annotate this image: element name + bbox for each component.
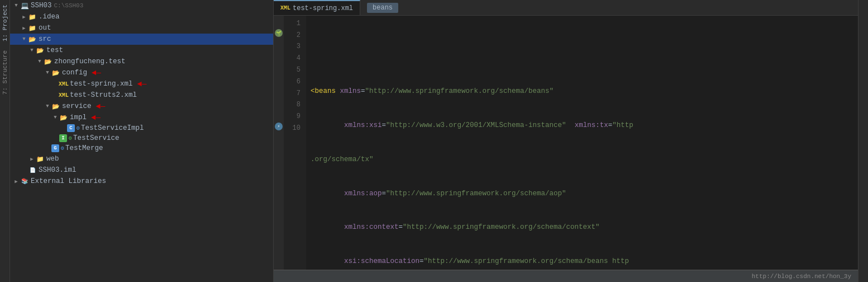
attr-val-2: "http://www.springframework.org/schema/b… [365,86,554,97]
tab-test-spring-xml[interactable]: XML test-spring.xml [274,0,360,15]
tree-test[interactable]: test [10,45,273,56]
gutter-12 [274,144,284,156]
tab-structure[interactable]: 7: Structure [1,46,9,99]
tree-out[interactable]: out [10,22,273,34]
ln-5: 5 [284,64,303,76]
gutter-2: 🌱 [274,27,284,39]
ctx-icon-8: ⚡ [275,123,283,130]
impl-label: impl [70,114,87,121]
tab-project[interactable]: 1: Project [1,0,9,46]
src-label: src [39,35,51,43]
ln-6: 6 [284,76,303,88]
bean-icon-testservice: ⚙ [69,135,72,142]
arrow-annotation-service: ◄— [96,102,106,111]
tree-impl[interactable]: impl ◄— [10,112,273,123]
folder-test-icon [36,46,45,55]
xml-tab-icon: XML [280,5,290,11]
ln-9: 9 [284,111,303,123]
folder-web-icon [36,154,45,163]
arrow-zhongfucheng [36,58,44,65]
tree-testservice[interactable]: I ⚙ TestService [10,133,273,143]
ln-3: 3 [284,41,303,53]
out-label: out [39,24,51,32]
code-line-6: xsi:schemaLocation="http://www.springfra… [311,256,858,267]
tree-testmerge[interactable]: G ⚙ TestMerge [10,143,273,153]
config-label: config [62,69,87,77]
folder-idea-icon [28,12,37,21]
tree-zhongfucheng[interactable]: zhongfucheng.test [10,56,273,67]
gutter-4 [274,50,284,62]
ssh03-iml-label: SSH03.iml [39,166,77,174]
folder-impl-icon [59,113,68,122]
arrow-extlibs [12,177,20,185]
code-line-2: <beans xmlns="http://www.springframework… [311,86,858,97]
project-tree: 💻 SSH03 C:\SSH03 .idea out src test [10,0,273,282]
arrow-web [28,155,36,163]
code-line-3b: .org/schema/tx" [311,153,858,165]
tree-test-spring-xml[interactable]: XML test-spring.xml ◄— [10,78,273,90]
java-g-testmerge-icon: G [51,144,59,152]
xml-test-spring-icon: XML [59,79,68,88]
tree-idea[interactable]: .idea [10,11,273,22]
line-numbers: 1 2 3 4 5 6 7 8 9 10 [284,16,306,270]
breadcrumb-area: beans [360,0,858,15]
gutter-7 [274,86,284,97]
testmerge-label: TestMerge [65,144,103,152]
ln-4: 4 [284,53,303,64]
folder-service-icon [51,102,60,111]
xml-test-struts2-icon: XML [59,91,68,100]
gutter-8 [274,97,284,109]
breadcrumb: beans [367,3,398,13]
tree-src[interactable]: src [10,34,273,45]
tree-external-libraries[interactable]: 📚 External Libraries [10,176,273,187]
root-icon: 💻 [20,1,29,10]
sidebar: 1: Project 7: Structure 💻 SSH03 C:\SSH03… [0,0,274,282]
tree-test-struts2-xml[interactable]: XML test-Struts2.xml [10,90,273,101]
status-bar: http://blog.csdn.net/hon_3y [274,270,858,282]
tree-ssh03-iml[interactable]: 📄 SSH03.iml [10,164,273,176]
ln-8: 8 [284,100,303,111]
tag-name-2: beans [315,86,336,97]
editor-content[interactable]: 🌱 ⚡ 1 2 3 4 5 [274,16,858,270]
arrow-annotation-spring: ◄— [137,79,147,88]
arrow-ssh03 [12,2,20,10]
gutter-9 [274,109,284,120]
arrow-out [20,24,28,32]
tag-open-2: < [311,86,315,97]
tree-testserviceimpl[interactable]: C ⚙ TestServiceImpl [10,123,273,133]
external-libraries-label: External Libraries [31,177,106,185]
root-path: C:\SSH03 [54,2,84,9]
code-area: 🌱 ⚡ 1 2 3 4 5 [274,16,858,270]
arrow-src [20,35,28,43]
arrow-test [28,46,36,54]
folder-zhongfucheng-icon [44,57,53,66]
iml-icon: 📄 [28,166,37,175]
tree-web[interactable]: web [10,153,273,164]
ext-lib-icon: 📚 [20,177,29,186]
sidebar-left-tabs: 1: Project 7: Structure [0,0,10,282]
testservice-label: TestService [73,134,120,142]
idea-label: .idea [39,13,60,21]
code-line-4: xmlns:aop="http://www.springframework.or… [311,187,858,199]
code-line-5: xmlns:context="http://www.springframewor… [311,222,858,233]
arrow-config [44,69,51,77]
tree-config[interactable]: config ◄— [10,67,273,78]
ln-10: 10 [284,123,303,134]
test-label: test [46,46,63,54]
tree-service[interactable]: service ◄— [10,101,273,112]
web-label: web [46,155,59,163]
code-line-3: xmlns:xsi="http://www.w3.org/2001/XMLSch… [311,120,858,131]
java-c-testserviceimpl-icon: C [67,124,75,132]
arrow-impl [51,114,59,121]
editor-tab-bar: XML test-spring.xml beans [274,0,858,16]
gutter-10: ⚡ [274,120,284,132]
root-label: SSH03 [31,2,52,10]
gutter-3 [274,39,284,51]
code-line-1 [311,51,858,63]
tree-root[interactable]: 💻 SSH03 C:\SSH03 [10,0,273,11]
gutter-1 [274,16,284,27]
tab-label: test-spring.xml [293,4,353,12]
test-struts2-label: test-Struts2.xml [70,91,137,99]
arrow-annotation-config: ◄— [92,68,101,77]
ln-1: 1 [284,18,303,30]
